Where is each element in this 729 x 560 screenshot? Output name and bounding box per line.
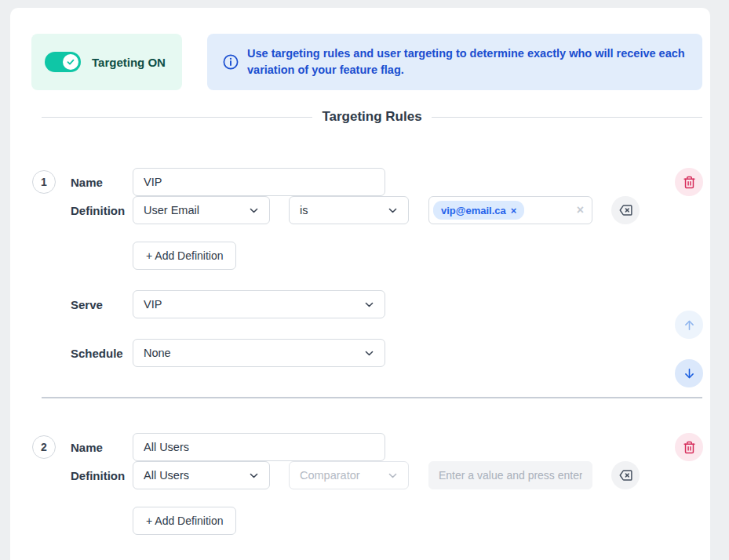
rule-name-input[interactable] xyxy=(133,433,385,461)
rule-2-add-definition-row: + Add Definition xyxy=(32,507,710,535)
rule-2-name-row: 2 Name xyxy=(32,433,710,461)
trash-icon xyxy=(683,441,696,454)
schedule-select[interactable]: None xyxy=(133,339,385,367)
info-banner-text: Use targeting rules and user targeting t… xyxy=(247,45,687,78)
toggle-knob xyxy=(63,54,78,70)
chevron-down-icon xyxy=(388,205,398,216)
property-select[interactable]: All Users xyxy=(133,461,270,489)
definition-label: Definition xyxy=(71,204,133,217)
schedule-select-value: None xyxy=(144,347,171,359)
heading-line-left xyxy=(42,117,312,118)
value-chip: vip@email.ca × xyxy=(433,201,524,220)
value-chip-label: vip@email.ca xyxy=(441,205,506,216)
comparator-select-value: is xyxy=(300,204,308,216)
delete-rule-button[interactable] xyxy=(675,168,703,196)
chevron-down-icon xyxy=(364,300,374,310)
rule-1-name-row: 1 Name xyxy=(32,168,710,196)
backspace-icon xyxy=(618,203,632,217)
property-select-value: User Email xyxy=(144,204,199,216)
rule-1-schedule-row: Schedule None xyxy=(32,339,710,367)
arrow-up-icon xyxy=(683,318,696,332)
name-label: Name xyxy=(71,176,133,189)
definition-label: Definition xyxy=(71,469,133,482)
trash-icon xyxy=(683,176,696,189)
schedule-label: Schedule xyxy=(71,347,133,360)
rule-2-definition-row: Definition All Users Comparator xyxy=(32,461,710,489)
targeting-toggle-panel: Targeting ON xyxy=(31,34,182,90)
serve-label: Serve xyxy=(71,298,133,311)
rule-1-definition-row: Definition User Email is vip@email.ca × … xyxy=(32,196,710,224)
name-label: Name xyxy=(71,441,133,454)
serve-select[interactable]: VIP xyxy=(133,290,385,318)
chevron-down-icon xyxy=(249,471,259,481)
targeting-rule-1: 1 Name Definition User Email is vip@emai… xyxy=(32,168,710,367)
move-rule-down-button[interactable] xyxy=(675,359,703,387)
top-row: Targeting ON Use targeting rules and use… xyxy=(31,34,710,90)
property-select[interactable]: User Email xyxy=(133,196,270,224)
targeting-rule-2: 2 Name Definition All Users Comparator xyxy=(32,433,710,535)
check-icon xyxy=(66,57,75,67)
delete-rule-button[interactable] xyxy=(675,433,703,461)
info-banner: Use targeting rules and user targeting t… xyxy=(207,34,702,90)
add-definition-button[interactable]: + Add Definition xyxy=(133,507,236,535)
page-title: Targeting Rules xyxy=(322,109,421,125)
comparator-select: Comparator xyxy=(289,461,409,489)
rule-1-add-definition-row: + Add Definition xyxy=(32,242,710,270)
rule-number-badge: 1 xyxy=(32,170,56,194)
backspace-icon xyxy=(618,468,632,482)
chevron-down-icon xyxy=(364,348,374,358)
clear-definition-button[interactable] xyxy=(611,196,640,224)
targeting-toggle[interactable] xyxy=(45,52,81,72)
value-input xyxy=(428,461,592,489)
clear-values-icon[interactable]: × xyxy=(577,203,584,217)
comparator-select[interactable]: is xyxy=(289,196,409,224)
info-icon xyxy=(222,53,239,71)
comparator-placeholder: Comparator xyxy=(300,469,360,482)
rule-divider xyxy=(42,397,702,398)
arrow-down-icon xyxy=(683,367,696,380)
heading-line-right xyxy=(432,117,702,118)
chevron-down-icon xyxy=(388,471,398,481)
targeting-card: Targeting ON Use targeting rules and use… xyxy=(10,8,710,560)
rule-name-input[interactable] xyxy=(133,168,385,196)
property-select-value: All Users xyxy=(144,469,189,482)
serve-select-value: VIP xyxy=(144,298,162,311)
section-heading: Targeting Rules xyxy=(42,107,702,126)
values-tag-input[interactable]: vip@email.ca × × xyxy=(428,196,592,224)
move-rule-up-button xyxy=(675,311,703,339)
chevron-down-icon xyxy=(249,205,259,216)
chip-remove-icon[interactable]: × xyxy=(511,205,517,216)
targeting-status-label: Targeting ON xyxy=(92,56,166,69)
clear-definition-button[interactable] xyxy=(611,461,640,489)
rule-1-serve-row: Serve VIP xyxy=(32,290,710,318)
add-definition-button[interactable]: + Add Definition xyxy=(133,242,236,270)
rule-number-badge: 2 xyxy=(32,435,56,459)
